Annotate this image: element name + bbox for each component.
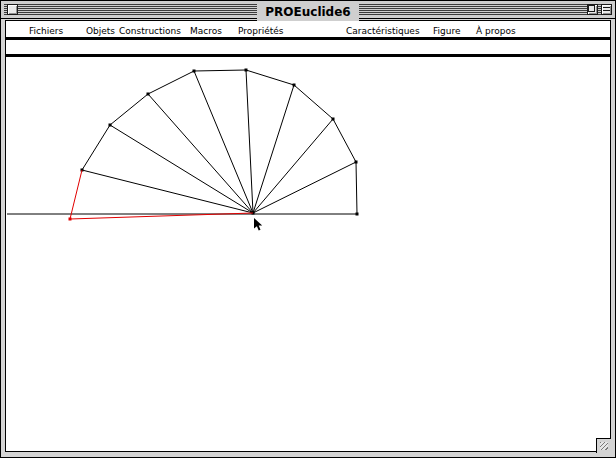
menu-fichiers[interactable]: Fichiers [29, 21, 63, 40]
figure-segment-black [333, 119, 356, 162]
vertex-marker-black [332, 118, 335, 121]
figure-segment-black [110, 125, 253, 213]
mouse-cursor [254, 218, 262, 231]
window-title: PROEuclide6 [257, 3, 358, 21]
menu-macros[interactable]: Macros [190, 21, 222, 40]
resize-grip-icon[interactable] [596, 438, 611, 453]
vertex-marker-black [109, 124, 112, 127]
collapse-box-icon[interactable] [601, 4, 612, 15]
figure-segment-black [246, 70, 294, 85]
zoom-box-icon[interactable] [587, 4, 598, 15]
figure-segment-black [246, 70, 253, 213]
figure-segment-red [70, 170, 82, 219]
vertex-marker-black [293, 84, 296, 87]
menu-caracteristiques[interactable]: Caractéristiques [346, 21, 420, 40]
figure-segment-black [148, 94, 253, 213]
vertex-marker-black [245, 69, 248, 72]
menu-objets[interactable]: Objets [86, 21, 115, 40]
vertex-marker-black [147, 93, 150, 96]
figure-segment-black [294, 85, 333, 119]
window-content: Fichiers Objets Constructions Macros Pro… [5, 20, 611, 452]
figure-segment-black [82, 170, 253, 213]
figure-segment-black [356, 162, 357, 214]
vertex-marker-black [81, 169, 84, 172]
menu-gap-strip [6, 40, 610, 54]
figure-segment-black [110, 94, 148, 125]
figure-segment-black [253, 162, 356, 213]
menu-bar: Fichiers Objets Constructions Macros Pro… [6, 21, 610, 40]
vertex-marker-black [193, 70, 196, 73]
vertex-marker-black [252, 212, 255, 215]
close-box-icon[interactable] [7, 4, 18, 15]
figure-segment-black [194, 71, 253, 213]
menu-figure[interactable]: Figure [433, 21, 460, 40]
figure-svg [1, 0, 616, 455]
figure-segment-black [253, 119, 333, 213]
app-window: PROEuclide6 Fichiers Objets Construction… [0, 0, 616, 458]
title-bar[interactable]: PROEuclide6 [1, 1, 615, 19]
figure-segment-red [70, 213, 253, 219]
figure-segment-black [194, 70, 246, 71]
figure-segment-black [82, 125, 110, 170]
figure-segment-black [148, 71, 194, 94]
vertex-marker-black [355, 161, 358, 164]
window-title-wrap: PROEuclide6 [1, 1, 615, 19]
figure-segment-black [253, 85, 294, 213]
drawing-canvas[interactable] [6, 57, 610, 451]
vertex-marker-red [69, 218, 72, 221]
menu-constructions[interactable]: Constructions [119, 21, 181, 40]
vertex-marker-black [356, 213, 359, 216]
menu-a-propos[interactable]: À propos [476, 21, 516, 40]
menu-proprietes[interactable]: Propriétés [238, 21, 283, 40]
